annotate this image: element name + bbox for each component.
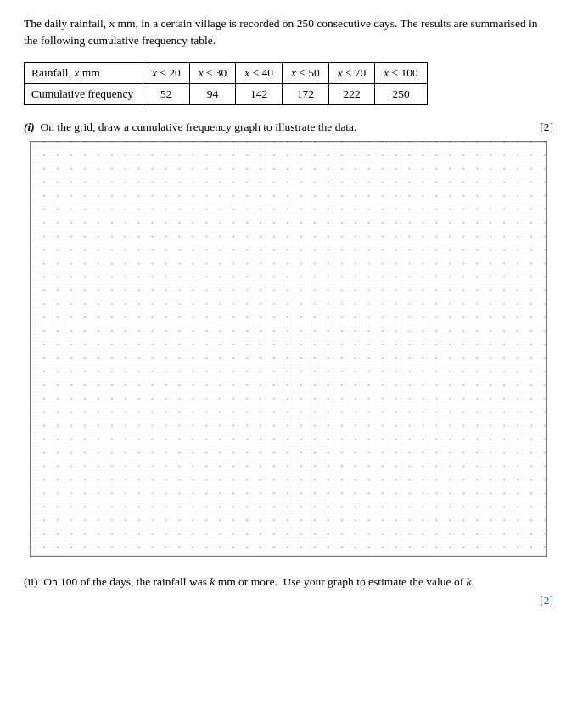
table-header-x70: x ≤ 70 (328, 62, 375, 83)
table-header-x40: x ≤ 40 (236, 62, 283, 83)
part-ii-marks: [2] (24, 592, 553, 609)
table-cell-94: 94 (189, 83, 236, 104)
part-ii-text: (ii) On 100 of the days, the rainfall wa… (24, 574, 553, 591)
data-table: Rainfall, x mm x ≤ 20 x ≤ 30 x ≤ 40 x ≤ … (24, 62, 428, 105)
table-row-label: Cumulative frequency (25, 83, 143, 104)
part-i-marks: [2] (540, 120, 553, 134)
table-cell-52: 52 (143, 83, 190, 104)
table-header-x20: x ≤ 20 (143, 62, 190, 83)
part-i-instruction: (i) On the grid, draw a cumulative frequ… (24, 120, 553, 134)
table-cell-250: 250 (375, 83, 427, 104)
part-i-label: (i) (24, 120, 35, 133)
graph-grid (30, 141, 547, 557)
table-header-x30: x ≤ 30 (189, 62, 236, 83)
part-ii-section: (ii) On 100 of the days, the rainfall wa… (24, 574, 553, 610)
table-cell-172: 172 (283, 83, 329, 104)
grid-svg (31, 142, 546, 556)
table-cell-142: 142 (236, 83, 283, 104)
svg-rect-6 (31, 142, 546, 556)
table-cell-222: 222 (328, 83, 375, 104)
table-header-rainfall: Rainfall, x mm (25, 62, 143, 83)
part-ii-label: (ii) (24, 575, 38, 588)
table-header-x50: x ≤ 50 (283, 62, 329, 83)
table-header-x100: x ≤ 100 (375, 62, 427, 83)
intro-text: The daily rainfall, x mm, in a certain v… (24, 15, 553, 50)
